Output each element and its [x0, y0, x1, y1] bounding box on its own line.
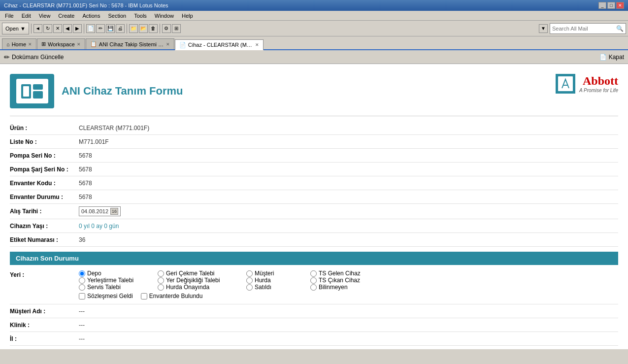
radio-depo-label: Depo: [87, 270, 101, 277]
open-dropdown-icon[interactable]: ▼: [20, 26, 26, 32]
home-tab-close[interactable]: ✕: [28, 42, 32, 47]
radio-servis-input[interactable]: [79, 284, 85, 291]
radio-hurda-onay-input[interactable]: [158, 284, 164, 291]
close-doc-label[interactable]: Kapat: [609, 54, 624, 61]
tab-home[interactable]: ⌂ Home ✕: [2, 38, 36, 49]
radio-yer-degisikligi[interactable]: Yer Değişikliği Talebi: [158, 277, 246, 284]
radio-ts-cikan[interactable]: TS Çıkan Cihaz: [310, 277, 394, 284]
edit-icon[interactable]: ✏: [96, 24, 105, 33]
radio-servis[interactable]: Servis Talebi: [79, 284, 158, 291]
search-input[interactable]: [552, 26, 616, 32]
listeno-label: Liste No :: [10, 138, 79, 145]
menu-edit[interactable]: Edit: [19, 12, 34, 19]
cihaz-tab-close[interactable]: ✕: [255, 42, 259, 47]
checkbox-envanter-input[interactable]: [141, 293, 147, 299]
close-button[interactable]: ✕: [616, 2, 624, 9]
tab-workspace[interactable]: ⊞ Workspace ✕: [37, 38, 85, 49]
radio-musteri-input[interactable]: [246, 270, 253, 277]
menu-section[interactable]: Section: [105, 12, 129, 19]
menu-view[interactable]: View: [36, 12, 54, 19]
radio-servis-label: Servis Talebi: [87, 284, 121, 291]
radio-ts-gelen-label: TS Gelen Cihaz: [319, 270, 361, 277]
radio-geri-cekme[interactable]: Geri Çekme Talebi: [158, 270, 246, 277]
checkbox-sozlesme[interactable]: Sözleşmesi Geldi: [79, 293, 133, 299]
new-doc-icon[interactable]: 📄: [86, 24, 95, 33]
tools2-icon[interactable]: ⚙: [162, 24, 171, 33]
etiket-value: 36: [79, 236, 85, 243]
back-icon[interactable]: ◄: [33, 24, 42, 33]
minimize-button[interactable]: _: [598, 2, 606, 9]
alis-tarihi-value: 04.08.2012 16: [79, 206, 121, 216]
tabs-bar: ⌂ Home ✕ ⊞ Workspace ✕ 📋 ANI Cihaz Takip…: [0, 36, 628, 50]
radio-row-3: Servis Talebi Hurda Onayında Satıldı Bil…: [79, 284, 394, 291]
radio-ts-cikan-label: TS Çıkan Cihaz: [319, 277, 360, 284]
window-icon[interactable]: ⊞: [172, 24, 181, 33]
stop-icon[interactable]: ✕: [53, 24, 62, 33]
radio-ts-gelen-input[interactable]: [310, 270, 317, 277]
tab-cihaz-active[interactable]: 📄 Cihaz - CLEARSTAR (M771.001F) Seri ...…: [175, 39, 264, 50]
refresh-icon[interactable]: ↻: [43, 24, 52, 33]
next-icon[interactable]: ▶: [73, 24, 82, 33]
radio-yerlestirme-input[interactable]: [79, 277, 85, 284]
radio-hurda-input[interactable]: [246, 277, 253, 284]
toolbar-separator-2: [84, 24, 84, 33]
radio-depo-input[interactable]: [79, 270, 85, 277]
radio-hurda[interactable]: Hurda: [246, 277, 310, 284]
folder-icon[interactable]: 📁: [129, 24, 138, 33]
save-icon[interactable]: 💾: [106, 24, 115, 33]
radio-musteri[interactable]: Müşteri: [246, 270, 310, 277]
date-picker-icon[interactable]: 16: [110, 208, 118, 215]
radio-row-1: Depo Geri Çekme Talebi Müşteri TS Gelen …: [79, 270, 394, 277]
alis-tarihi-label: Alış Tarihi :: [10, 208, 79, 215]
doc-toolbar-right: 📄 Kapat: [599, 54, 624, 61]
radio-yerlestirme[interactable]: Yerleştirme Talebi: [79, 277, 158, 284]
menu-help[interactable]: Help: [179, 12, 196, 19]
radio-geri-cekme-input[interactable]: [158, 270, 164, 277]
print-icon[interactable]: 🖨: [116, 24, 125, 33]
title-bar: Cihaz - CLEARSTAR (M771.001F) Seri No : …: [0, 0, 628, 11]
checkbox-sozlesme-input[interactable]: [79, 293, 85, 299]
update-doc-icon: ✏: [4, 53, 10, 61]
menu-tools[interactable]: Tools: [131, 12, 150, 19]
ani-tab-close[interactable]: ✕: [166, 42, 170, 47]
radio-bilinmeyen-label: Bilinmeyen: [319, 284, 348, 291]
form-title: ANI Cihaz Tanım Formu: [62, 85, 183, 98]
checkbox-envanter[interactable]: Envanterde Bulundu: [141, 293, 203, 299]
checkbox-row: Sözleşmesi Geldi Envanterde Bulundu: [79, 291, 394, 301]
radio-bilinmeyen-input[interactable]: [310, 284, 317, 291]
radio-hurda-onay[interactable]: Hurda Onayında: [158, 284, 246, 291]
radio-ts-gelen[interactable]: TS Gelen Cihaz: [310, 270, 394, 277]
ani-tab-icon: 📋: [90, 41, 97, 47]
date-field[interactable]: 04.08.2012 16: [79, 206, 121, 216]
radio-satildi[interactable]: Satıldı: [246, 284, 310, 291]
open-button[interactable]: Open ▼: [2, 23, 29, 34]
date-text: 04.08.2012: [81, 208, 108, 214]
search-box[interactable]: 🔍: [550, 23, 626, 34]
menu-file[interactable]: File: [2, 12, 17, 19]
workspace-tab-close[interactable]: ✕: [77, 42, 81, 47]
radio-depo[interactable]: Depo: [79, 270, 158, 277]
window-controls[interactable]: _ □ ✕: [598, 2, 624, 9]
radio-ts-cikan-input[interactable]: [310, 277, 317, 284]
radio-bilinmeyen[interactable]: Bilinmeyen: [310, 284, 394, 291]
menu-actions[interactable]: Actions: [79, 12, 103, 19]
update-doc-label[interactable]: Dokümanı Güncelle: [12, 54, 64, 61]
menu-window[interactable]: Window: [152, 12, 177, 19]
form-content: ANI Cihaz Tanım Formu Abbott A Pro: [0, 64, 628, 349]
ani-logo: [10, 74, 54, 108]
field-row-listeno: Liste No : M771.001F: [10, 135, 618, 149]
move-icon[interactable]: 📂: [139, 24, 148, 33]
tab-ani-system[interactable]: 📋 ANI Cihaz Takip Sistemi - 1. Cihaz ...…: [86, 38, 174, 49]
menu-create[interactable]: Create: [55, 12, 77, 19]
maximize-button[interactable]: □: [607, 2, 615, 9]
search-icon[interactable]: 🔍: [616, 25, 624, 32]
abbott-name: Abbott: [579, 74, 618, 88]
radio-yer-degisikligi-input[interactable]: [158, 277, 164, 284]
close-doc-icon: 📄: [599, 54, 607, 61]
cihaz-tab-icon: 📄: [179, 42, 186, 48]
menu-bar: File Edit View Create Actions Section To…: [0, 11, 628, 21]
delete-icon[interactable]: 🗑: [149, 24, 158, 33]
prev-icon[interactable]: ◀: [63, 24, 72, 33]
radio-satildi-input[interactable]: [246, 284, 253, 291]
search-dropdown-icon[interactable]: ▼: [539, 24, 548, 33]
